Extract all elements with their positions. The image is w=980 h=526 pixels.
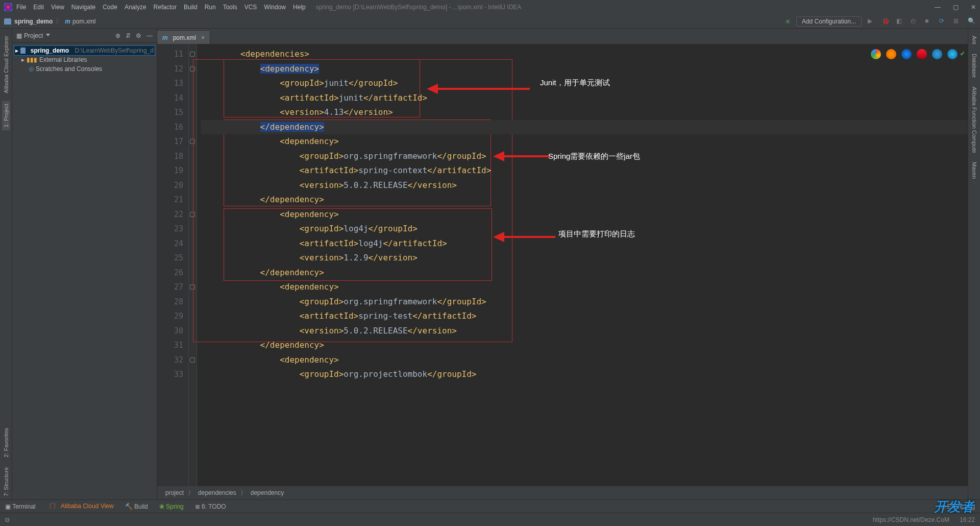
library-icon: ▮▮▮ [27,56,37,63]
close-window-icon[interactable]: ✕ [971,4,976,11]
tree-external-libs[interactable]: ▸ ▮▮▮ External Libraries [14,55,155,64]
code-line[interactable]: </dependency> [201,266,968,280]
code-line[interactable]: <version>4.13</version> [201,105,968,120]
menu-navigate[interactable]: Navigate [71,4,95,11]
fold-column[interactable] [189,44,197,486]
code-line[interactable]: <artifactId>log4j</artifactId> [201,236,968,251]
code-editor[interactable]: 1112131415161718192021222324252627282930… [157,44,968,486]
chevron-right-icon: 〉 [56,17,62,26]
tool-build[interactable]: 🔨 Build [125,503,148,510]
code-line[interactable]: <version>5.0.2.RELEASE</version> [201,178,968,193]
window-title: spring_demo [D:\LearnWebBySelf\spring_de… [316,4,522,11]
hide-icon[interactable]: — [146,32,153,39]
menu-run[interactable]: Run [205,4,216,11]
fold-toggle-icon[interactable] [190,52,195,57]
code-content[interactable]: ✔ Junit，用于单元测试 [197,44,968,486]
tool-spring[interactable]: ❀ Spring [159,503,184,510]
tool-todo[interactable]: ≣ 6: TODO [195,503,226,510]
project-folder-icon [4,18,11,25]
menu-edit[interactable]: Edit [33,4,44,11]
main-menu: File Edit View Navigate Code Analyze Ref… [16,4,306,11]
breadcrumb-item[interactable]: dependencies [198,489,236,496]
run-icon[interactable]: ▶ [868,17,876,26]
stop-icon[interactable]: ■ [925,17,933,26]
close-tab-icon[interactable]: × [201,34,205,41]
code-line[interactable]: </dependency> [201,338,968,353]
code-line[interactable]: <dependency> [201,353,968,368]
breadcrumb-item[interactable]: dependency [251,489,284,496]
tab-ant[interactable]: Ant [970,33,978,47]
update-icon[interactable]: ⟳ [939,17,947,26]
coverage-icon[interactable]: ◧ [896,17,904,26]
tab-pom-xml[interactable]: m pom.xml × [157,31,210,44]
fold-toggle-icon[interactable] [190,66,195,71]
menu-build[interactable]: Build [184,4,198,11]
expand-arrow-icon[interactable]: ▸ [15,47,18,54]
code-line[interactable]: <groupId>junit</groupId> [201,76,968,91]
menu-view[interactable]: View [51,4,64,11]
code-line[interactable]: <dependencies> [201,47,968,62]
project-view-dropdown[interactable]: ▦ Project [16,32,50,39]
menu-vcs[interactable]: VCS [244,4,257,11]
add-configuration-button[interactable]: Add Configuration... [796,16,862,27]
nav-project[interactable]: spring_demo [14,18,53,25]
status-window-icon[interactable]: ⧉ [5,516,10,523]
menu-refactor[interactable]: Refactor [154,4,177,11]
code-line[interactable]: <artifactId>spring-test</artifactId> [201,309,968,324]
structure-icon[interactable]: ⊞ [953,17,962,26]
debug-icon[interactable]: 🐞 [882,17,890,26]
fold-toggle-icon[interactable] [190,357,195,363]
settings-gear-icon[interactable]: ⚙ [136,32,141,39]
editor-tabs: m pom.xml × [157,29,968,44]
tree-scratches[interactable]: ◎ Scratches and Consoles [14,64,155,74]
code-line[interactable]: <dependency> [201,62,968,77]
nav-file[interactable]: pom.xml [72,18,95,25]
tree-root[interactable]: ▸ spring_demo D:\LearnWebBySelf\spring_d [14,46,155,55]
locate-icon[interactable]: ⊕ [115,32,120,39]
maven-file-icon: m [162,34,168,41]
project-tree[interactable]: ▸ spring_demo D:\LearnWebBySelf\spring_d… [12,43,157,77]
code-line[interactable]: <groupId>log4j</groupId> [201,222,968,236]
tool-cloud-view[interactable]: 〔〕 Alibaba Cloud View [46,502,113,511]
minimize-icon[interactable]: — [935,4,941,11]
code-line[interactable]: <artifactId>spring-context</artifactId> [201,163,968,178]
expand-arrow-icon[interactable]: ▸ [21,56,24,63]
maximize-icon[interactable]: ▢ [953,4,959,11]
tab-favorites[interactable]: 2: Favorites [2,425,10,460]
build-hammer-icon[interactable]: ⤨ [785,18,790,25]
code-line[interactable]: </dependency> [201,120,968,135]
tab-structure[interactable]: 7: Structure [2,464,10,499]
status-url: https://CSDN.net/Deze.CoM [873,516,949,523]
expand-icon[interactable]: ⇵ [126,32,131,39]
menu-tools[interactable]: Tools [223,4,237,11]
tab-alibaba-cloud-explorer[interactable]: Alibaba Cloud Explorer [2,33,10,97]
code-line[interactable]: <artifactId>junit</artifactId> [201,91,968,106]
nav-bar: spring_demo 〉 m pom.xml ⤨ Add Configurat… [0,14,980,29]
breadcrumb-item[interactable]: project [165,489,184,496]
code-line[interactable]: <dependency> [201,280,968,295]
code-line[interactable]: <dependency> [201,207,968,222]
fold-toggle-icon[interactable] [190,139,195,144]
tab-database[interactable]: Database [970,51,978,81]
menu-file[interactable]: File [16,4,26,11]
fold-toggle-icon[interactable] [190,212,195,217]
code-line[interactable]: </dependency> [201,193,968,207]
code-line[interactable]: <version>1.2.9</version> [201,251,968,266]
tab-maven[interactable]: Maven [970,159,978,182]
search-icon[interactable]: 🔍 [968,17,976,26]
menu-analyze[interactable]: Analyze [125,4,146,11]
tab-alibaba-fc[interactable]: Alibaba Function Compute [970,84,978,156]
code-line[interactable]: <dependency> [201,134,968,149]
tab-project[interactable]: 1: Project [2,101,10,130]
code-line[interactable]: <groupId>org.springframework</groupId> [201,149,968,164]
menu-help[interactable]: Help [293,4,306,11]
profile-icon[interactable]: ◴ [911,17,919,26]
tool-terminal[interactable]: ▣ Terminal [5,503,35,510]
code-line[interactable]: <groupId>org.springframework</groupId> [201,295,968,309]
code-line[interactable]: <groupId>org.projectlombok</groupId> [201,367,968,382]
code-line[interactable]: <version>5.0.2.RELEASE</version> [201,324,968,339]
menu-window[interactable]: Window [264,4,286,11]
fold-toggle-icon[interactable] [190,284,195,290]
menu-code[interactable]: Code [103,4,117,11]
left-tool-strip: Alibaba Cloud Explorer 1: Project 2: Fav… [0,29,12,499]
